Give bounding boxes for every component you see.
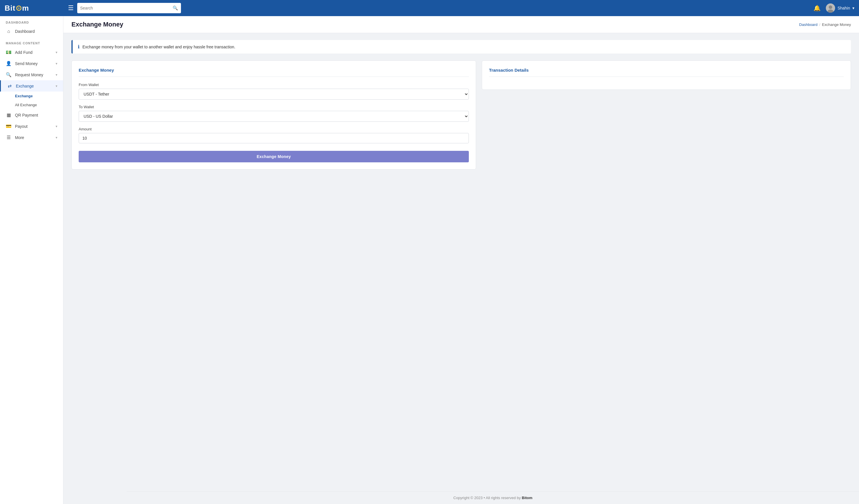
info-alert: ℹ Exchange money from your wallet to ano… [72,40,851,53]
notification-button[interactable]: 🔔 [813,5,821,12]
add-fund-icon: 💵 [6,49,12,55]
search-icon-button[interactable]: 🔍 [172,5,178,11]
sidebar-section-dashboard: DASHBOARD [0,16,63,26]
sidebar-item-payout[interactable]: 💳 Payout ▾ [0,121,63,132]
sidebar-sub-exchange[interactable]: Exchange [0,92,63,100]
brand: Bit⊙m [5,4,68,13]
sidebar-item-add-fund[interactable]: 💵 Add Fund ▾ [0,47,63,58]
more-icon: ☰ [6,135,12,140]
sidebar-item-more-label: More [15,135,24,140]
search-bar: 🔍 [77,3,181,13]
to-wallet-select[interactable]: USD - US Dollar EUR - Euro GBP - British… [79,111,469,122]
to-wallet-label: To Wallet [79,105,469,109]
chevron-down-icon-4: ▾ [56,84,57,88]
sidebar-item-dashboard-label: Dashboard [15,29,35,34]
footer-brand: Bitom [522,495,532,500]
sidebar-section-manage: MANAGE CONTENT [0,37,63,47]
bell-icon: 🔔 [813,5,821,11]
from-wallet-label: From Wallet [79,83,469,87]
sidebar-item-payout-label: Payout [15,124,28,129]
sidebar-item-send-money[interactable]: 👤 Send Money ▾ [0,58,63,69]
home-icon: ⌂ [6,29,12,34]
breadcrumb-separator: / [819,22,820,27]
chevron-down-icon-3: ▾ [56,73,57,77]
sidebar-item-exchange[interactable]: ⇄ Exchange ▾ [0,80,63,92]
layout: DASHBOARD ⌂ Dashboard MANAGE CONTENT 💵 A… [0,16,859,504]
breadcrumb-parent[interactable]: Dashboard [799,22,817,27]
navbar-right: 🔔 Shahin ▾ [813,3,854,13]
sidebar: DASHBOARD ⌂ Dashboard MANAGE CONTENT 💵 A… [0,16,63,504]
exchange-card-title: Exchange Money [79,68,469,77]
breadcrumb-current: Exchange Money [822,22,851,27]
send-money-icon: 👤 [6,61,12,66]
user-menu-button[interactable]: Shahin ▾ [826,3,854,13]
footer-text: Copyright © 2023 • All rights reserved b… [453,495,522,500]
exchange-icon: ⇄ [6,83,12,89]
to-wallet-group: To Wallet USD - US Dollar EUR - Euro GBP… [79,105,469,122]
sidebar-item-exchange-label: Exchange [16,84,34,88]
search-input[interactable] [80,6,172,10]
content-body: ℹ Exchange money from your wallet to ano… [63,33,859,491]
from-wallet-select[interactable]: USDT - Tether BTC - Bitcoin ETH - Ethere… [79,89,469,99]
main-content: Exchange Money Dashboard / Exchange Mone… [63,16,859,504]
amount-input[interactable] [79,133,469,143]
qr-payment-icon: ▦ [6,112,12,118]
exchange-money-button[interactable]: Exchange Money [79,151,469,162]
svg-point-1 [829,5,832,9]
footer: Copyright © 2023 • All rights reserved b… [127,491,859,504]
user-dropdown-icon: ▾ [853,6,854,10]
sidebar-sub-all-exchange[interactable]: All Exchange [0,100,63,109]
breadcrumb: Dashboard / Exchange Money [799,22,851,27]
chevron-down-icon: ▾ [56,50,57,54]
transaction-card-title: Transaction Details [489,68,844,77]
sidebar-item-dashboard[interactable]: ⌂ Dashboard [0,26,63,37]
sidebar-item-add-fund-label: Add Fund [15,50,33,55]
content-header: Exchange Money Dashboard / Exchange Mone… [63,16,859,33]
request-money-icon: 🔍 [6,72,12,77]
amount-label: Amount [79,127,469,131]
chevron-down-icon-5: ▾ [56,124,57,128]
brand-logo: Bit⊙m [5,4,29,13]
page-title: Exchange Money [72,21,123,28]
sidebar-item-request-money[interactable]: 🔍 Request Money ▾ [0,69,63,80]
chevron-down-icon-6: ▾ [56,136,57,140]
avatar [826,3,835,13]
navbar: Bit⊙m ☰ 🔍 🔔 Shahin ▾ [0,0,859,16]
sidebar-item-more[interactable]: ☰ More ▾ [0,132,63,143]
sidebar-item-qr-payment[interactable]: ▦ QR Payment [0,109,63,121]
info-alert-message: Exchange money from your wallet to anoth… [82,45,236,49]
info-icon: ℹ [78,44,79,49]
payout-icon: 💳 [6,124,12,129]
hamburger-button[interactable]: ☰ [68,4,74,12]
sidebar-item-send-money-label: Send Money [15,61,38,66]
exchange-card: Exchange Money From Wallet USDT - Tether… [72,60,476,170]
user-name: Shahin [838,6,850,10]
transaction-details-card: Transaction Details [482,60,851,90]
chevron-down-icon-2: ▾ [56,62,57,66]
sidebar-item-request-money-label: Request Money [15,73,43,77]
sidebar-item-qr-payment-label: QR Payment [15,113,38,117]
cards-row: Exchange Money From Wallet USDT - Tether… [72,60,851,170]
from-wallet-group: From Wallet USDT - Tether BTC - Bitcoin … [79,83,469,99]
amount-group: Amount [79,127,469,143]
